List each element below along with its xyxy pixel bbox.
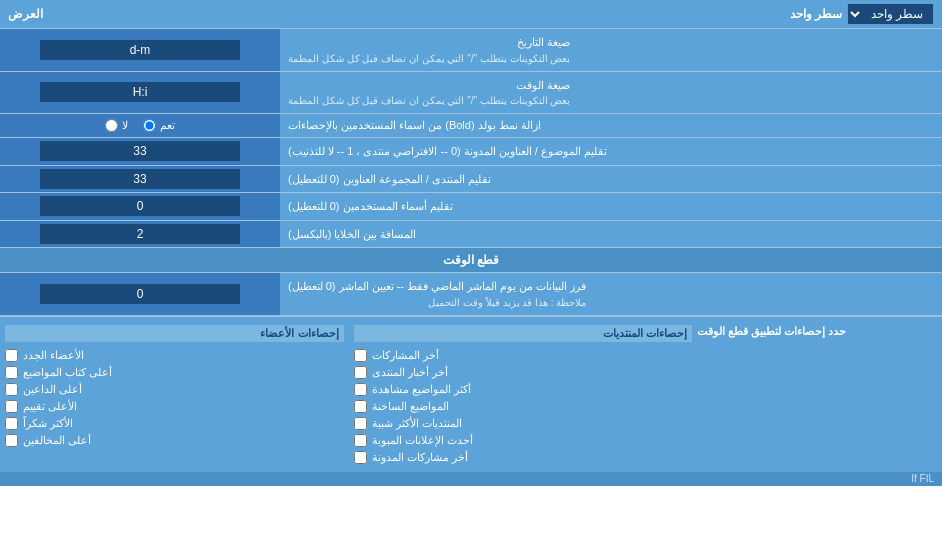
header-title: العرض bbox=[8, 7, 43, 21]
panel-members-title: إحصاءات الأعضاء bbox=[5, 325, 344, 342]
topics-input[interactable] bbox=[40, 141, 240, 161]
forum-input-container bbox=[0, 166, 280, 193]
time-input-container bbox=[0, 72, 280, 114]
usernames-label: تقليم أسماء المستخدمين (0 للتعطيل) bbox=[280, 193, 942, 220]
cb-top-writers[interactable]: أعلى كتاب المواضيع bbox=[5, 366, 344, 379]
gap-row: المسافة بين الخلايا (بالبكسل) bbox=[0, 221, 942, 249]
forum-input[interactable] bbox=[40, 169, 240, 189]
forum-label: تقليم المنتدى / المجموعة العناوين (0 للت… bbox=[280, 166, 942, 193]
topics-row: تقليم الموضوع / العناوين المدونة (0 -- ا… bbox=[0, 138, 942, 166]
bold-label: ازالة نمط بولد (Bold) من اسماء المستخدمي… bbox=[280, 114, 942, 137]
cutoff-input-container bbox=[0, 273, 280, 315]
cb-blog-posts[interactable]: أخر مشاركات المدونة bbox=[354, 451, 693, 464]
cb-last-posts[interactable]: أخر المشاركات bbox=[354, 349, 693, 362]
cb-hot-topics[interactable]: المواضيع الساخنة bbox=[354, 400, 693, 413]
forum-row: تقليم المنتدى / المجموعة العناوين (0 للت… bbox=[0, 166, 942, 194]
stats-filter-label: حدد إحصاءات لتطبيق قطع الوقت bbox=[697, 325, 846, 338]
topics-label: تقليم الموضوع / العناوين المدونة (0 -- ا… bbox=[280, 138, 942, 165]
footer-text: If FIL bbox=[911, 473, 934, 484]
bold-radio-container: تعم لا bbox=[0, 114, 280, 137]
cb-top-inviters[interactable]: أعلى الداعين bbox=[5, 383, 344, 396]
cb-top-violations-input[interactable] bbox=[5, 434, 18, 447]
cutoff-section-header: قطع الوقت bbox=[0, 248, 942, 273]
footer-strip: If FIL bbox=[0, 472, 942, 486]
bold-row: ازالة نمط بولد (Bold) من اسماء المستخدمي… bbox=[0, 114, 942, 138]
cb-most-thanks-input[interactable] bbox=[5, 417, 18, 430]
time-label: صيغة الوقت بعض التكوينات يتطلب "/" التي … bbox=[280, 72, 942, 114]
cutoff-row: فرز البيانات من يوم الماشر الماضي فقط --… bbox=[0, 273, 942, 316]
cutoff-input[interactable] bbox=[40, 284, 240, 304]
cb-top-rated[interactable]: الأعلى تقييم bbox=[5, 400, 344, 413]
date-row: صيغة التاريخ بعض التكوينات يتطلب "/" الت… bbox=[0, 29, 942, 72]
cb-forum-news-input[interactable] bbox=[354, 366, 367, 379]
usernames-row: تقليم أسماء المستخدمين (0 للتعطيل) bbox=[0, 193, 942, 221]
topics-input-container bbox=[0, 138, 280, 165]
cb-forum-news[interactable]: أخر أخبار المنتدى bbox=[354, 366, 693, 379]
header-row: سطر واحد سطرين ثلاثة أسطر سطر واحد العرض bbox=[0, 0, 942, 29]
cb-top-inviters-input[interactable] bbox=[5, 383, 18, 396]
dropdown-label: سطر واحد bbox=[790, 7, 842, 21]
time-row: صيغة الوقت بعض التكوينات يتطلب "/" التي … bbox=[0, 72, 942, 115]
cb-most-viewed[interactable]: أكثر المواضيع مشاهدة bbox=[354, 383, 693, 396]
cb-ads-input[interactable] bbox=[354, 434, 367, 447]
bold-yes-option[interactable]: تعم bbox=[143, 119, 175, 132]
usernames-input[interactable] bbox=[40, 196, 240, 216]
bold-no-option[interactable]: لا bbox=[105, 119, 128, 132]
bold-no-radio[interactable] bbox=[105, 119, 118, 132]
bold-yes-radio[interactable] bbox=[143, 119, 156, 132]
date-format-input[interactable] bbox=[40, 40, 240, 60]
cb-most-viewed-input[interactable] bbox=[354, 383, 367, 396]
date-input-container bbox=[0, 29, 280, 71]
cb-popular-forums[interactable]: المنتديات الأكثر شبية bbox=[354, 417, 693, 430]
cb-hot-topics-input[interactable] bbox=[354, 400, 367, 413]
display-mode-select[interactable]: سطر واحد سطرين ثلاثة أسطر bbox=[847, 3, 934, 25]
cb-most-thanks[interactable]: الأكثر شكراً bbox=[5, 417, 344, 430]
usernames-input-container bbox=[0, 193, 280, 220]
gap-input-container bbox=[0, 221, 280, 248]
panel-forums-title: إحصاءات المنتديات bbox=[354, 325, 693, 342]
time-format-input[interactable] bbox=[40, 82, 240, 102]
checkboxes-area: حدد إحصاءات لتطبيق قطع الوقت إحصاءات الم… bbox=[0, 316, 942, 472]
cb-blog-posts-input[interactable] bbox=[354, 451, 367, 464]
cb-last-posts-input[interactable] bbox=[354, 349, 367, 362]
cb-top-writers-input[interactable] bbox=[5, 366, 18, 379]
panel-members: إحصاءات الأعضاء الأعضاء الجدد أعلى كتاب … bbox=[0, 317, 349, 472]
panel-forums: إحصاءات المنتديات أخر المشاركات أخر أخبا… bbox=[349, 317, 698, 472]
cb-ads[interactable]: أحدث الإعلانات المبوبة bbox=[354, 434, 693, 447]
gap-label: المسافة بين الخلايا (بالبكسل) bbox=[280, 221, 942, 248]
cb-new-members-input[interactable] bbox=[5, 349, 18, 362]
gap-input[interactable] bbox=[40, 224, 240, 244]
cb-top-rated-input[interactable] bbox=[5, 400, 18, 413]
main-container: سطر واحد سطرين ثلاثة أسطر سطر واحد العرض… bbox=[0, 0, 942, 486]
date-label: صيغة التاريخ بعض التكوينات يتطلب "/" الت… bbox=[280, 29, 942, 71]
cb-top-violations[interactable]: أعلى المخالفين bbox=[5, 434, 344, 447]
cb-popular-forums-input[interactable] bbox=[354, 417, 367, 430]
cutoff-label: فرز البيانات من يوم الماشر الماضي فقط --… bbox=[280, 273, 942, 315]
stats-filter-label-container: حدد إحصاءات لتطبيق قطع الوقت bbox=[697, 317, 942, 472]
cb-new-members[interactable]: الأعضاء الجدد bbox=[5, 349, 344, 362]
